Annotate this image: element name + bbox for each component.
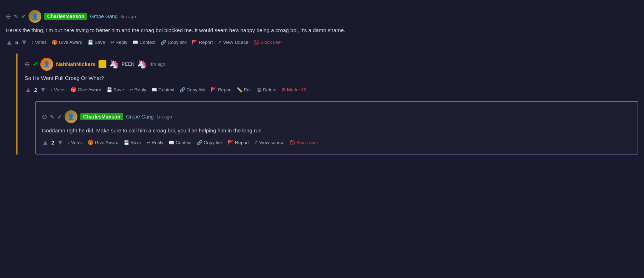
- comment-header-1: ⊖ ✎ ✔ 👤 CharlesManson Grope Gang 8m ago: [6, 10, 638, 23]
- username-1[interactable]: CharlesManson: [44, 13, 87, 20]
- votes-icon-3: ↕: [67, 140, 70, 145]
- report-btn-3[interactable]: 🚩 Report: [226, 139, 250, 146]
- avatar-2: 👤: [40, 58, 53, 71]
- pencil-icon-3: ✎: [50, 114, 54, 120]
- save-icon-1: 💾: [87, 40, 93, 45]
- copy-link-btn-3[interactable]: 🔗 Copy link: [195, 139, 224, 146]
- block-user-btn-3[interactable]: 🚫 Block user: [288, 139, 320, 146]
- group-label-1: Grope Gang: [90, 14, 117, 19]
- vote-section-2: ▲ 2 ▼: [25, 86, 47, 94]
- report-btn-1[interactable]: 🚩 Report: [190, 39, 214, 46]
- reply-icon-3: ↩: [146, 140, 150, 145]
- upvote-1[interactable]: ▲: [6, 38, 13, 46]
- collapse-icon-1[interactable]: ⊖: [6, 12, 11, 20]
- verified-icon-2: ✔: [33, 61, 37, 67]
- edit-icon-2: ✏️: [237, 87, 242, 92]
- peen-label: PEEN: [122, 61, 134, 67]
- vote-count-2: 2: [33, 87, 38, 93]
- verified-icon-3: ✔: [57, 113, 62, 120]
- view-source-btn-1[interactable]: ↗ View source: [216, 39, 250, 46]
- copy-link-icon-2: 🔗: [180, 87, 185, 92]
- action-bar-2: ▲ 2 ▼ ↕ Votes 🎁 Give Award 💾 Save ↩ Repl…: [25, 86, 638, 94]
- timestamp-2: 4m ago: [150, 61, 165, 67]
- votes-icon-2: ↕: [50, 87, 53, 92]
- reply-btn-2[interactable]: ↩ Reply: [128, 86, 148, 93]
- username-2[interactable]: NahNahNickers: [56, 61, 96, 67]
- save-icon-2: 💾: [106, 87, 112, 92]
- view-source-btn-3[interactable]: ↗ View source: [252, 139, 286, 146]
- mark-btn-2[interactable]: ⚙ Mark +18: [280, 86, 308, 93]
- downvote-2[interactable]: ▼: [40, 86, 47, 94]
- report-icon-1: 🚩: [192, 40, 197, 45]
- report-icon-3: 🚩: [228, 140, 233, 145]
- copy-link-btn-1[interactable]: 🔗 Copy link: [159, 39, 188, 46]
- context-btn-1[interactable]: 📖 Context: [131, 39, 157, 46]
- flair-badge-2: [99, 60, 106, 68]
- upvote-2[interactable]: ▲: [25, 86, 32, 94]
- context-btn-3[interactable]: 📖 Context: [167, 139, 193, 146]
- avatar-1: 👤: [29, 10, 41, 23]
- context-icon-1: 📖: [132, 40, 138, 45]
- give-award-icon-3: 🎁: [88, 140, 94, 145]
- votes-btn-1[interactable]: ↕ Votes: [30, 39, 48, 46]
- context-btn-2[interactable]: 📖 Context: [150, 86, 176, 93]
- save-icon-3: 💾: [124, 140, 129, 145]
- save-btn-3[interactable]: 💾 Save: [122, 139, 143, 146]
- votes-btn-2[interactable]: ↕ Votes: [49, 86, 67, 93]
- comment-body-3: Goddamn right he did. Make sure to call …: [42, 127, 632, 135]
- report-btn-2[interactable]: 🚩 Report: [209, 86, 233, 93]
- save-btn-1[interactable]: 💾 Save: [86, 39, 107, 46]
- give-award-icon-2: 🎁: [71, 87, 76, 92]
- emoji-flair-2b: 🦄: [137, 60, 147, 69]
- comment-header-2: ⊖ ✔ 👤 NahNahNickers 🦄 PEEN 🦄 4m ago: [25, 58, 638, 71]
- copy-link-icon-1: 🔗: [161, 40, 166, 45]
- block-user-icon-3: 🚫: [290, 140, 295, 145]
- comment-2-wrapper: ⊖ ✔ 👤 NahNahNickers 🦄 PEEN 🦄 4m ago So H…: [16, 54, 638, 155]
- group-label-3: Grope Gang: [126, 114, 154, 120]
- give-award-btn-1[interactable]: 🎁 Give Award: [50, 39, 84, 46]
- view-source-icon-1: ↗: [218, 40, 222, 45]
- save-btn-2[interactable]: 💾 Save: [105, 86, 126, 93]
- give-award-btn-2[interactable]: 🎁 Give Award: [69, 86, 103, 93]
- view-source-icon-3: ↗: [254, 140, 258, 145]
- copy-link-icon-3: 🔗: [197, 140, 202, 145]
- give-award-btn-3[interactable]: 🎁 Give Award: [86, 139, 120, 146]
- context-icon-3: 📖: [168, 140, 174, 145]
- timestamp-1: 8m ago: [120, 14, 136, 19]
- collapse-icon-2[interactable]: ⊖: [25, 60, 30, 68]
- give-award-icon-1: 🎁: [52, 40, 57, 45]
- collapse-icon-3[interactable]: ⊖: [42, 113, 47, 121]
- action-bar-3: ▲ 2 ▼ ↕ Votes 🎁 Give Award 💾 Save ↩: [42, 138, 632, 147]
- votes-icon-1: ↕: [31, 40, 34, 45]
- vote-section-1: ▲ 5 ▼: [6, 38, 28, 46]
- report-icon-2: 🚩: [211, 87, 216, 92]
- votes-btn-3[interactable]: ↕ Votes: [66, 139, 84, 146]
- comment-body-1: Here's the thing, I'm out here trying to…: [6, 26, 638, 35]
- reply-icon-1: ↩: [110, 40, 114, 45]
- pencil-icon-1: ✎: [14, 14, 18, 19]
- upvote-3[interactable]: ▲: [42, 138, 49, 147]
- comment-header-3: ⊖ ✎ ✔ 👤 CharlesManson Grope Gang 1m ago: [42, 110, 632, 123]
- copy-link-btn-2[interactable]: 🔗 Copy link: [178, 86, 207, 93]
- avatar-3: 👤: [65, 110, 77, 123]
- username-3[interactable]: CharlesManson: [80, 113, 123, 120]
- delete-icon-2: 🗑: [257, 87, 261, 92]
- vote-count-1: 5: [14, 39, 19, 45]
- reply-btn-3[interactable]: ↩ Reply: [145, 139, 165, 146]
- delete-btn-2[interactable]: 🗑 Delete: [255, 86, 278, 93]
- reply-btn-1[interactable]: ↩ Reply: [109, 39, 129, 46]
- downvote-1[interactable]: ▼: [21, 38, 28, 46]
- downvote-3[interactable]: ▼: [57, 138, 64, 147]
- block-user-btn-1[interactable]: 🚫 Block user: [252, 39, 284, 46]
- edit-btn-2[interactable]: ✏️ Edit: [235, 86, 253, 93]
- comment-body-2: So He Went Full Croag Or What?: [25, 74, 638, 82]
- mark-icon-2: ⚙: [281, 87, 286, 92]
- timestamp-3: 1m ago: [156, 114, 172, 120]
- action-bar-1: ▲ 5 ▼ ↕ Votes 🎁 Give Award 💾 Save ↩ Repl…: [6, 38, 638, 46]
- verified-icon-1: ✔: [21, 13, 26, 20]
- context-icon-2: 📖: [151, 87, 157, 92]
- comment-3: ⊖ ✎ ✔ 👤 CharlesManson Grope Gang 1m ago …: [42, 106, 632, 150]
- vote-section-3: ▲ 2 ▼: [42, 138, 64, 147]
- block-user-icon-1: 🚫: [253, 40, 259, 45]
- comment-1: ⊖ ✎ ✔ 👤 CharlesManson Grope Gang 8m ago …: [6, 6, 638, 49]
